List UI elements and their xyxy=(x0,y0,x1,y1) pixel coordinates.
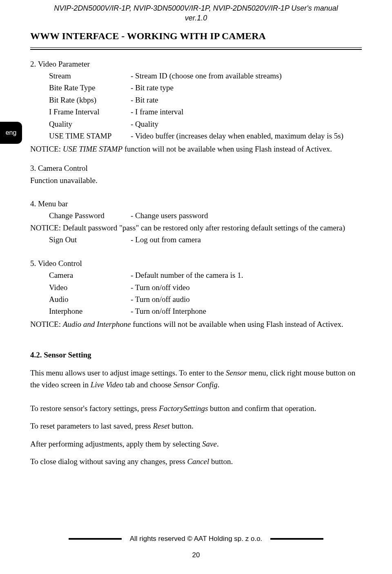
s2-heading: 2. Video Parameter xyxy=(30,58,362,70)
s5-desc: - Turn on/off audio xyxy=(131,293,362,305)
body: 2. Video Parameter Stream- Stream ID (ch… xyxy=(30,58,362,468)
em: Sensor xyxy=(226,369,247,377)
s5-desc: - Turn on/off video xyxy=(131,281,362,293)
s2-desc: - Stream ID (choose one from available s… xyxy=(131,70,362,82)
s4-notice: NOTICE: Default password "pass" can be r… xyxy=(30,222,362,234)
double-rule xyxy=(30,47,362,50)
s5-desc: - Default number of the camera is 1. xyxy=(131,269,362,281)
footer: All rights reserved © AAT Holding sp. z … xyxy=(0,535,392,559)
s2-desc: - Quality xyxy=(131,118,362,130)
s5-term: Interphone xyxy=(49,305,131,317)
notice-pre: NOTICE: xyxy=(30,320,63,328)
s5-row-3: Interphone- Turn on/off Interphone xyxy=(30,305,362,317)
s3-text: Function unavailable. xyxy=(30,174,362,186)
s2-term: I Frame Interval xyxy=(49,106,131,118)
em: Save xyxy=(202,440,217,448)
notice-post: function will not be available when usin… xyxy=(122,145,332,153)
em: Cancel xyxy=(187,457,209,466)
t: button. xyxy=(209,457,233,466)
t: To close dialog without saving any chang… xyxy=(30,457,187,466)
s4-row-1: Change Password- Change users password xyxy=(30,210,362,221)
notice-em: Audio and Interphone xyxy=(63,320,131,328)
s5-heading: 5. Video Control xyxy=(30,257,362,269)
t: . xyxy=(218,380,220,389)
s2-term: Quality xyxy=(49,118,131,130)
s5-row-2: Audio- Turn on/off audio xyxy=(30,293,362,305)
s5-row-0: Camera- Default number of the camera is … xyxy=(30,269,362,281)
t: This menu allows user to adjust image se… xyxy=(30,369,226,377)
s4-term: Sign Out xyxy=(49,234,131,246)
t: After performing adjustments, apply them… xyxy=(30,440,202,448)
em: Live Video xyxy=(91,380,123,389)
footer-line: All rights reserved © AAT Holding sp. z … xyxy=(0,535,392,543)
s3-heading: 3. Camera Control xyxy=(30,162,362,174)
language-tab: eng xyxy=(0,122,22,144)
s4-desc: - Change users password xyxy=(131,210,362,221)
em: FactorySettings xyxy=(159,404,208,413)
s2-row-3: I Frame Interval- I frame interval xyxy=(30,106,362,118)
sec42-p5: To close dialog without saving any chang… xyxy=(30,456,362,467)
t: . xyxy=(217,440,219,448)
sec42-p4: After performing adjustments, apply them… xyxy=(30,438,362,450)
s2-row-1: Bite Rate Type- Bit rate type xyxy=(30,82,362,94)
s2-row-5: USE TIME STAMP- Video buffer (increases … xyxy=(30,130,362,142)
sec42-p3: To reset parameters to last saved, press… xyxy=(30,420,362,432)
s5-term: Audio xyxy=(49,293,131,305)
header-line-2: ver.1.0 xyxy=(30,13,362,23)
s2-term: Bite Rate Type xyxy=(49,82,131,94)
t: button and confirm that operation. xyxy=(208,404,316,413)
notice-pre: NOTICE: xyxy=(30,145,63,153)
s4-row-2: Sign Out- Log out from camera xyxy=(30,234,362,246)
page-number: 20 xyxy=(0,551,392,559)
sec42-p1: This menu allows user to adjust image se… xyxy=(30,367,362,391)
footer-bar-left xyxy=(69,538,122,540)
sec42-p2: To restore sensor's factory settings, pr… xyxy=(30,402,362,414)
s2-desc: - Bit rate xyxy=(131,94,362,106)
em: Reset xyxy=(153,422,169,430)
t: button. xyxy=(170,422,194,430)
t: To reset parameters to last saved, press xyxy=(30,422,153,430)
notice-em: USE TIME STAMP xyxy=(63,145,122,153)
s2-term: Bit Rate (kbps) xyxy=(49,94,131,106)
notice-post: functions will not be available when usi… xyxy=(131,320,343,328)
s2-term: Stream xyxy=(49,70,131,82)
page: NVIP-2DN5000V/IR-1P, NVIP-3DN5000V/IR-1P… xyxy=(0,0,392,574)
footer-text: All rights reserved © AAT Holding sp. z … xyxy=(130,535,263,543)
s5-term: Camera xyxy=(49,269,131,281)
s5-row-1: Video- Turn on/off video xyxy=(30,281,362,293)
s5-notice: NOTICE: Audio and Interphone functions w… xyxy=(30,318,362,330)
s2-row-4: Quality- Quality xyxy=(30,118,362,130)
s2-notice: NOTICE: USE TIME STAMP function will not… xyxy=(30,143,362,155)
language-tab-label: eng xyxy=(6,129,17,136)
em: Sensor Config xyxy=(174,380,218,389)
s2-desc: - I frame interval xyxy=(131,106,362,118)
s5-term: Video xyxy=(49,281,131,293)
t: tab and choose xyxy=(123,380,173,389)
s2-desc: - Video buffer (increases delay when ena… xyxy=(131,130,362,142)
footer-bar-right xyxy=(270,538,323,540)
s5-desc: - Turn on/off Interphone xyxy=(131,305,362,317)
s4-heading: 4. Menu bar xyxy=(30,198,362,210)
s4-term: Change Password xyxy=(49,210,131,221)
s2-desc: - Bit rate type xyxy=(131,82,362,94)
header-line-1: NVIP-2DN5000V/IR-1P, NVIP-3DN5000V/IR-1P… xyxy=(30,3,362,13)
sec42-title: 4.2. Sensor Setting xyxy=(30,349,362,361)
section-title: WWW INTERFACE - WORKING WITH IP CAMERA xyxy=(30,31,362,42)
s2-row-2: Bit Rate (kbps)- Bit rate xyxy=(30,94,362,106)
s2-row-0: Stream- Stream ID (choose one from avail… xyxy=(30,70,362,82)
doc-header: NVIP-2DN5000V/IR-1P, NVIP-3DN5000V/IR-1P… xyxy=(30,0,362,23)
s4-desc: - Log out from camera xyxy=(131,234,362,246)
s2-term: USE TIME STAMP xyxy=(49,130,131,142)
t: To restore sensor's factory settings, pr… xyxy=(30,404,159,413)
